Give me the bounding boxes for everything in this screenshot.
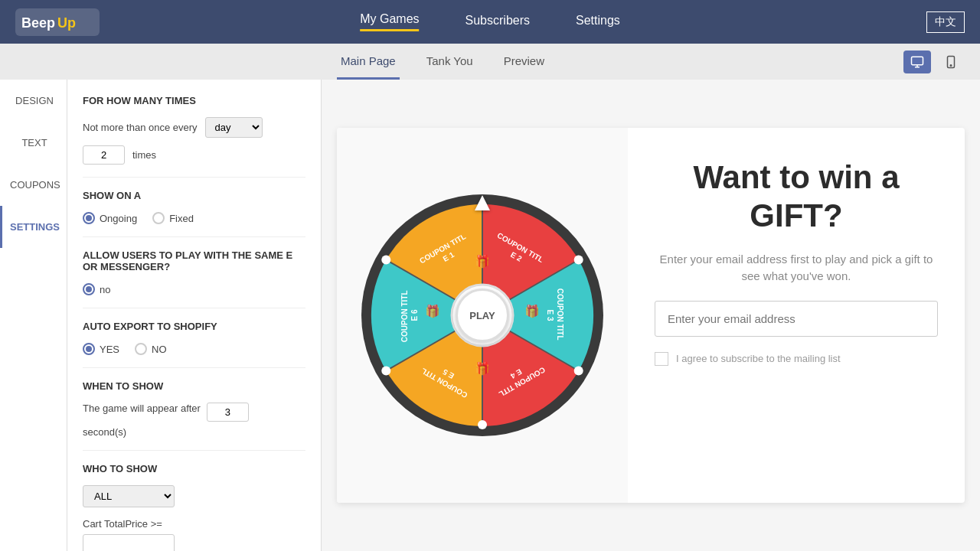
header: Beep Up My Games Subscribers Settings 中文 [0, 0, 980, 44]
agree-row: I agree to subscribe to the mailing list [655, 352, 938, 366]
export-no-radio[interactable] [135, 343, 147, 355]
frequency-row: Not more than once every day week month [83, 117, 305, 138]
times-row: 2 times [83, 145, 305, 165]
show-ongoing-option[interactable]: Ongoing [83, 212, 137, 224]
allow-no-label: no [100, 284, 110, 295]
svg-point-27 [574, 367, 583, 376]
who-to-show-title: WHO TO SHOW [83, 463, 305, 474]
right-panel: Want to win a GIFT? Enter your email add… [628, 128, 965, 503]
allow-users-group: no [83, 283, 305, 295]
show-on-a-group: Ongoing Fixed [83, 212, 305, 224]
show-fixed-label: Fixed [169, 213, 194, 224]
sidebar-item-design[interactable]: DESIGN [0, 80, 67, 122]
show-on-a-title: SHOW ON A [83, 190, 305, 201]
who-to-show-select[interactable]: ALL LOGGED IN GUEST [83, 485, 175, 507]
times-label: times [132, 149, 156, 161]
svg-text:🎁: 🎁 [524, 304, 540, 318]
subnav: Main Page Tank You Preview [0, 44, 980, 80]
svg-point-26 [574, 256, 583, 265]
svg-rect-3 [912, 57, 923, 65]
desktop-view-button[interactable] [903, 51, 931, 73]
logo-icon: Beep Up [15, 8, 100, 36]
mobile-view-button[interactable] [937, 51, 965, 73]
settings-panel: FOR HOW MANY TIMES Not more than once ev… [67, 80, 322, 551]
sidebar-item-settings[interactable]: SETTINGS [0, 206, 67, 248]
allow-no-radio[interactable] [83, 283, 95, 295]
day-select[interactable]: day week month [205, 117, 263, 138]
sidebar: DESIGN TEXT COUPONS SETTINGS [0, 80, 67, 551]
gift-title: Want to win a GIFT? [655, 158, 938, 236]
svg-point-28 [478, 420, 487, 429]
auto-export-group: YES NO [83, 343, 305, 355]
agree-checkbox[interactable] [655, 352, 668, 366]
tab-preview[interactable]: Preview [500, 44, 548, 80]
export-no-label: NO [152, 344, 167, 355]
show-ongoing-radio[interactable] [83, 212, 95, 224]
main-layout: DESIGN TEXT COUPONS SETTINGS FOR HOW MAN… [0, 80, 980, 551]
when-row: The game will appear after 3 [83, 403, 305, 422]
nav-my-games[interactable]: My Games [360, 12, 419, 31]
preview-area: COUPON TITL E 1 COUPON TITL E 2 COUPON T… [322, 80, 980, 551]
cart-total-input[interactable] [83, 534, 175, 551]
nav-settings[interactable]: Settings [576, 14, 620, 31]
svg-point-30 [381, 256, 390, 265]
svg-text:Up: Up [57, 15, 76, 31]
export-yes-option[interactable]: YES [83, 343, 119, 355]
wheel-wrapper: COUPON TITL E 1 COUPON TITL E 2 COUPON T… [356, 189, 609, 442]
svg-point-29 [381, 367, 390, 376]
sidebar-item-text[interactable]: TEXT [0, 122, 67, 164]
desktop-icon [910, 55, 924, 69]
svg-point-7 [950, 64, 952, 66]
agree-text: I agree to subscribe to the mailing list [676, 353, 841, 364]
show-fixed-radio[interactable] [152, 212, 165, 224]
times-input[interactable]: 2 [83, 145, 125, 165]
main-nav: My Games Subscribers Settings [360, 12, 620, 31]
export-no-option[interactable]: NO [135, 343, 167, 355]
for-how-many-times-title: FOR HOW MANY TIMES [83, 95, 305, 106]
svg-text:Beep: Beep [21, 15, 55, 31]
auto-export-title: AUTO EXPORT TO SHOPIFY [83, 321, 305, 332]
when-to-show-title: WHEN TO SHOW [83, 380, 305, 392]
gift-subtitle: Enter your email address first to play a… [655, 251, 938, 285]
show-fixed-option[interactable]: Fixed [152, 212, 194, 224]
wheel-container: COUPON TITL E 1 COUPON TITL E 2 COUPON T… [337, 128, 628, 503]
frequency-label: Not more than once every [83, 122, 198, 133]
cart-total-label: Cart TotalPrice >= [83, 518, 305, 530]
logo: Beep Up [15, 8, 100, 36]
svg-text:🎁: 🎁 [475, 361, 490, 376]
svg-text:🎁: 🎁 [475, 254, 490, 269]
email-input[interactable] [655, 301, 938, 337]
seconds-label: second(s) [83, 426, 305, 438]
lang-button[interactable]: 中文 [926, 11, 965, 33]
tab-main-page[interactable]: Main Page [337, 44, 400, 80]
seconds-input[interactable]: 3 [207, 403, 249, 422]
nav-subscribers[interactable]: Subscribers [466, 14, 530, 31]
show-ongoing-label: Ongoing [100, 213, 137, 224]
view-toggle [903, 51, 965, 73]
allow-no-option[interactable]: no [83, 283, 110, 295]
sidebar-item-coupons[interactable]: COUPONS [0, 164, 67, 206]
export-yes-label: YES [100, 344, 119, 355]
allow-users-title: ALLOW USERS TO PLAY WITH THE SAME E OR M… [83, 249, 305, 272]
tab-tank-you[interactable]: Tank You [423, 44, 477, 80]
game-preview: COUPON TITL E 1 COUPON TITL E 2 COUPON T… [337, 128, 965, 503]
play-button[interactable]: PLAY [456, 289, 509, 342]
mobile-icon [944, 55, 958, 69]
export-yes-radio[interactable] [83, 343, 95, 355]
when-label: The game will appear after [83, 403, 201, 414]
svg-text:🎁: 🎁 [425, 304, 440, 318]
